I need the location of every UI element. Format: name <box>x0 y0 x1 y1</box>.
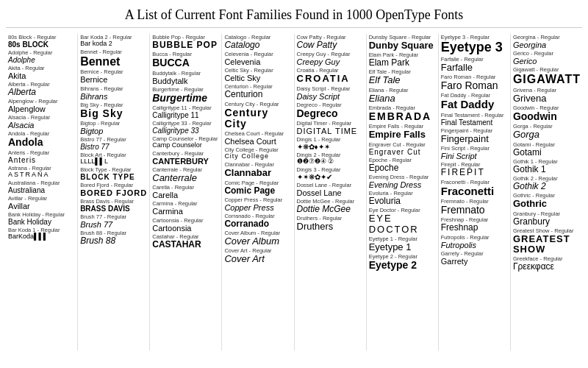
font-label: Fini Script - Regular <box>441 145 508 152</box>
page-title: A List of Current Font Families Found in… <box>6 7 582 28</box>
list-item: Eye Doctor - RegularEYE DOCTOR <box>369 207 436 235</box>
list-item: Dingis 1 - Regular✦❋✿♦✦✶ <box>297 136 364 151</box>
font-label: Calligritype 11 - Regular <box>152 105 219 111</box>
font-display: Gotami <box>513 148 580 158</box>
font-display: BRASS DAVIS <box>80 205 147 213</box>
font-display: Farfalle <box>441 63 508 73</box>
list-item: Astrana - RegularASTRANA <box>8 165 75 179</box>
list-item: Degreco - RegularDegreco <box>297 102 364 119</box>
font-display: Century City <box>224 107 291 130</box>
font-label: Gigawatt - Regular <box>513 66 580 73</box>
font-label: Carmina - Regular <box>152 200 219 207</box>
font-label: Alpenglow - Regular <box>8 98 75 105</box>
font-display: Cow Patty <box>297 40 364 50</box>
list-item: Bennet - RegularBennet <box>80 49 147 68</box>
font-display: Chelsea Court <box>224 137 291 146</box>
font-display: CANTERBURY <box>152 157 219 166</box>
font-display: Fingerpaint <box>441 134 508 144</box>
font-display: Final Testament <box>441 118 508 127</box>
column-8: Georgina - RegularGeorginaGerico - Regul… <box>511 34 582 350</box>
font-display: Centurion <box>224 90 291 99</box>
list-item: Carella - RegularCarella <box>152 184 219 199</box>
font-label: Carella - Regular <box>152 184 219 191</box>
font-display: Gerico <box>513 57 580 66</box>
font-label: Avillar - Regular <box>8 195 75 202</box>
list-item: Gotami - RegularGotami <box>513 141 580 158</box>
font-display: Druthers <box>297 222 364 232</box>
list-item: Farfalle - RegularFarfalle <box>441 56 508 73</box>
font-display: Dossel Lane <box>297 188 364 197</box>
list-item: Camp Counselor - RegularCamp Counselor <box>152 135 219 149</box>
font-display: EYE DOCTOR <box>369 213 436 235</box>
font-label: Dossel Lane - Regular <box>297 182 364 188</box>
font-display: Comic Page <box>224 186 291 196</box>
font-display: FIREPIT <box>441 168 508 177</box>
list-item: Adolphe - RegularAdolphe <box>8 49 75 64</box>
font-display: Granbury <box>513 217 580 227</box>
font-label: Canterbury - Regular <box>152 150 219 157</box>
font-display: Bank Holiday <box>8 218 75 226</box>
list-item: Australiana - RegularAustraliana <box>8 180 75 194</box>
font-display: Fraconetti <box>441 185 508 198</box>
font-display: Evening Dress <box>369 180 436 189</box>
font-label: Bihrans - Regular <box>80 85 147 92</box>
font-label: Gerico - Regular <box>513 50 580 57</box>
font-display: ✦✶❋✿✦✔ <box>297 173 364 181</box>
list-item: Bihrans - RegularBihrans <box>80 85 147 101</box>
font-label: Creepy Guy - Regular <box>297 51 364 57</box>
list-item: Cover Art - RegularCover Art <box>224 247 291 264</box>
column-2: Bar Koda 2 - RegularBar koda 2Bennet - R… <box>78 34 150 350</box>
list-item: Big Sky - RegularBig Sky <box>80 102 147 119</box>
list-item: Avillar - RegularAvillar <box>8 195 75 210</box>
font-label: Dingis 3 - Regular <box>297 166 364 173</box>
font-display: Cover Art <box>224 254 291 264</box>
list-item: Gorga - RegularGorga <box>513 123 580 140</box>
font-display: Cartoonsia <box>152 224 219 233</box>
font-display: CASTAHAR <box>152 240 219 250</box>
font-label: Alsacia - Regular <box>8 114 75 121</box>
font-display: Calligritype 11 <box>152 111 219 119</box>
list-item: Alberta - RegularAlberta <box>8 81 75 97</box>
font-display: Goodwin <box>513 111 580 122</box>
font-label: Buddytalk - Regular <box>152 70 219 77</box>
list-item: Cartoonsia - RegularCartoonsia <box>152 217 219 233</box>
list-item: City College - RegularCity College <box>224 146 291 160</box>
font-display: Gothric <box>513 199 580 209</box>
list-item: Gothik 1 - RegularGothik 1 <box>513 158 580 174</box>
font-label: Final Testament - Regular <box>441 112 508 118</box>
font-display: Futropolis <box>441 241 508 250</box>
list-item: Dunsby Square - RegularDunby Square <box>369 34 436 51</box>
list-item: Gerico - RegularGerico <box>513 50 580 66</box>
font-display: Bernice <box>80 75 147 84</box>
list-item: Celevenia - RegularCelevenia <box>224 51 291 66</box>
font-label: Brush 77 - Regular <box>80 213 147 220</box>
list-item: Greekface - RegularΓρεεκφαcε <box>513 255 580 272</box>
font-display: ❶❷⑦❷④ ② <box>297 158 364 166</box>
font-display: Elf Tale <box>369 75 436 85</box>
list-item: Cow Patty - RegularCow Patty <box>297 34 364 50</box>
font-label: Georgina - Regular <box>513 34 580 40</box>
font-label: Bernice - Regular <box>80 68 147 75</box>
font-label: Dingis 1 - Regular <box>297 136 364 143</box>
list-item: Block Type - RegularBLOCK TYPE <box>80 166 147 181</box>
list-item: Dossel Lane - RegularDossel Lane <box>297 182 364 197</box>
font-display: Calligritype 33 <box>152 127 219 135</box>
list-item: Embrada - RegularEMBRADA <box>369 105 436 122</box>
font-display: Brush 88 <box>80 236 147 246</box>
list-item: Final Testament - RegularFinal Testament <box>441 112 508 127</box>
list-item: Fingerpaint - RegularFingerpaint <box>441 127 508 144</box>
list-item: Druthers - RegularDruthers <box>297 215 364 232</box>
font-display: Alsacia <box>8 121 75 130</box>
list-item: Brush 77 - RegularBrush 77 <box>80 213 147 229</box>
font-display: GIGAWATT <box>513 73 580 86</box>
font-label: Australiana - Regular <box>8 180 75 186</box>
font-display: Alpenglow <box>8 105 75 113</box>
font-display: BORED FJORD <box>80 188 147 197</box>
font-display: Big Sky <box>80 108 147 119</box>
font-display: Bennet <box>80 55 147 68</box>
font-label: Akita - Regular <box>8 65 75 71</box>
font-display: 80s BLOCK <box>8 40 75 49</box>
font-label: Brass Davis - Regular <box>80 198 147 205</box>
font-display: Clannabar <box>224 168 291 178</box>
list-item: Bigtop - RegularBigtop <box>80 120 147 135</box>
